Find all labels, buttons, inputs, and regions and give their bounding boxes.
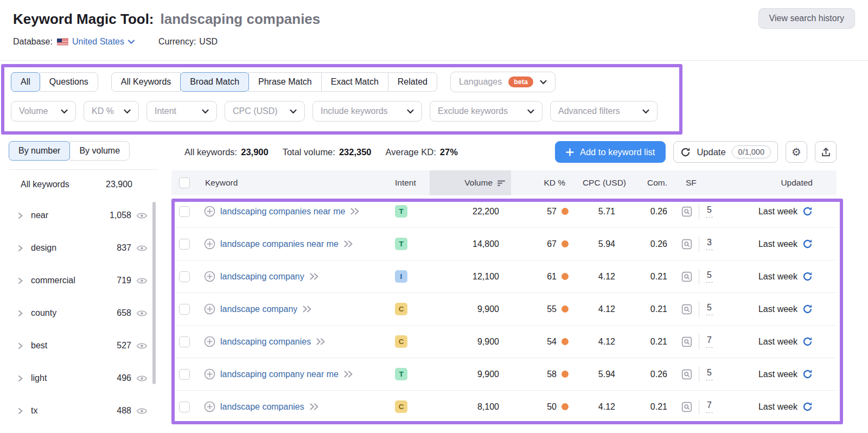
column-header-keyword[interactable]: Keyword bbox=[197, 170, 395, 195]
filter-dropdown-advanced-filters[interactable]: Advanced filters bbox=[550, 101, 658, 122]
tab-broad-match[interactable]: Broad Match bbox=[180, 72, 249, 92]
row-checkbox[interactable] bbox=[179, 239, 190, 250]
serp-preview-icon[interactable] bbox=[681, 402, 692, 412]
eye-icon[interactable] bbox=[136, 374, 148, 383]
row-checkbox[interactable] bbox=[179, 271, 190, 282]
eye-icon[interactable] bbox=[136, 407, 148, 415]
filter-dropdown-cpc-usd[interactable]: CPC (USD) bbox=[225, 101, 305, 122]
column-header-updated[interactable]: Updated bbox=[740, 170, 837, 195]
sidebar-item-tx[interactable]: tx 488 bbox=[9, 394, 163, 427]
row-checkbox[interactable] bbox=[179, 402, 190, 412]
competition-value: 0.21 bbox=[633, 272, 679, 282]
tab-phrase-match[interactable]: Phrase Match bbox=[248, 72, 322, 92]
add-keyword-icon[interactable] bbox=[204, 368, 215, 380]
sidebar-tab-by-volume[interactable]: By volume bbox=[69, 141, 130, 161]
row-checkbox[interactable] bbox=[179, 336, 190, 347]
keyword-link[interactable]: landscaping company bbox=[220, 272, 304, 282]
sidebar-item-design[interactable]: design 837 bbox=[9, 232, 163, 264]
double-chevron-icon[interactable] bbox=[309, 403, 320, 411]
all-keywords-row[interactable]: All keywords 23,900 bbox=[9, 170, 163, 199]
eye-icon[interactable] bbox=[136, 244, 148, 252]
column-header-volume[interactable]: Volume bbox=[430, 170, 511, 195]
languages-dropdown[interactable]: Languages beta bbox=[450, 72, 556, 92]
column-header-kd[interactable]: KD % bbox=[511, 170, 572, 195]
export-button[interactable] bbox=[815, 141, 837, 163]
serp-features-count[interactable]: 5 bbox=[706, 368, 713, 380]
column-header-sf[interactable]: SF bbox=[679, 170, 740, 195]
tab-all-keywords[interactable]: All Keywords bbox=[111, 72, 181, 92]
double-chevron-icon[interactable] bbox=[302, 305, 312, 313]
sidebar-scrollbar[interactable] bbox=[152, 202, 156, 384]
filter-dropdown-include-keywords[interactable]: Include keywords bbox=[312, 101, 422, 122]
filter-dropdown-kd[interactable]: KD % bbox=[84, 101, 139, 122]
serp-preview-icon[interactable] bbox=[681, 271, 692, 282]
sidebar-tab-by-number[interactable]: By number bbox=[9, 141, 70, 161]
filter-dropdown-volume[interactable]: Volume bbox=[11, 101, 76, 122]
refresh-metrics-icon[interactable] bbox=[802, 369, 813, 379]
settings-button[interactable]: ⚙ bbox=[786, 141, 807, 163]
sidebar-item-commercial[interactable]: commercial 719 bbox=[9, 264, 163, 297]
double-chevron-icon[interactable] bbox=[316, 338, 326, 346]
add-keyword-icon[interactable] bbox=[204, 271, 215, 282]
refresh-metrics-icon[interactable] bbox=[802, 206, 813, 217]
tab-questions[interactable]: Questions bbox=[40, 72, 98, 92]
tab-all[interactable]: All bbox=[11, 72, 40, 92]
eye-icon[interactable] bbox=[136, 309, 148, 317]
serp-features-count[interactable]: 7 bbox=[706, 400, 713, 413]
row-checkbox[interactable] bbox=[179, 206, 190, 217]
keyword-link[interactable]: landscape companies near me bbox=[220, 239, 339, 249]
serp-preview-icon[interactable] bbox=[681, 369, 692, 380]
refresh-metrics-icon[interactable] bbox=[802, 304, 813, 314]
eye-icon[interactable] bbox=[136, 212, 148, 220]
serp-features-count[interactable]: 7 bbox=[706, 335, 713, 348]
tab-related[interactable]: Related bbox=[388, 72, 437, 92]
add-keyword-icon[interactable] bbox=[204, 206, 215, 217]
view-search-history-button[interactable]: View search history bbox=[758, 8, 855, 29]
keyword-link[interactable]: landscape company bbox=[220, 304, 297, 314]
keyword-group-label: county bbox=[31, 308, 56, 318]
sidebar-item-county[interactable]: county 658 bbox=[9, 297, 163, 329]
refresh-metrics-icon[interactable] bbox=[802, 402, 813, 412]
double-chevron-icon[interactable] bbox=[309, 272, 320, 281]
serp-features-count[interactable]: 5 bbox=[706, 303, 713, 315]
keyword-link[interactable]: landscape companies bbox=[220, 402, 304, 412]
sidebar-item-best[interactable]: best 527 bbox=[9, 329, 163, 362]
row-checkbox[interactable] bbox=[179, 304, 190, 315]
filter-dropdown-intent[interactable]: Intent bbox=[146, 101, 217, 122]
serp-preview-icon[interactable] bbox=[681, 239, 692, 250]
refresh-metrics-icon[interactable] bbox=[802, 239, 813, 249]
eye-icon[interactable] bbox=[136, 277, 148, 285]
add-keyword-icon[interactable] bbox=[204, 303, 215, 315]
column-header-com[interactable]: Com. bbox=[633, 170, 679, 195]
select-all-checkbox[interactable] bbox=[179, 177, 190, 188]
intent-badge: T bbox=[395, 368, 407, 380]
keyword-link[interactable]: landscaping company near me bbox=[220, 370, 339, 379]
serp-preview-icon[interactable] bbox=[681, 336, 692, 347]
sidebar-item-light[interactable]: light 496 bbox=[9, 362, 163, 394]
add-keyword-icon[interactable] bbox=[204, 401, 215, 412]
serp-features-count[interactable]: 5 bbox=[706, 270, 713, 283]
tab-exact-match[interactable]: Exact Match bbox=[321, 72, 388, 92]
keyword-link[interactable]: landscaping companies bbox=[220, 337, 311, 347]
refresh-metrics-icon[interactable] bbox=[802, 336, 813, 347]
update-button[interactable]: Update 0/1,000 bbox=[673, 141, 778, 163]
row-checkbox[interactable] bbox=[179, 369, 190, 380]
add-keyword-icon[interactable] bbox=[204, 238, 215, 250]
double-chevron-icon[interactable] bbox=[343, 370, 354, 378]
eye-icon[interactable] bbox=[136, 342, 148, 350]
column-header-intent[interactable]: Intent bbox=[395, 170, 430, 195]
sidebar-item-near[interactable]: near 1,058 bbox=[9, 199, 163, 232]
add-keyword-icon[interactable] bbox=[204, 336, 215, 347]
double-chevron-icon[interactable] bbox=[350, 207, 360, 215]
serp-preview-icon[interactable] bbox=[681, 206, 692, 217]
double-chevron-icon[interactable] bbox=[343, 240, 354, 248]
add-to-keyword-list-button[interactable]: Add to keyword list bbox=[555, 141, 666, 163]
filter-dropdown-exclude-keywords[interactable]: Exclude keywords bbox=[430, 101, 542, 122]
column-header-cpc[interactable]: CPC (USD) bbox=[572, 170, 633, 195]
serp-features-count[interactable]: 3 bbox=[706, 238, 713, 250]
refresh-metrics-icon[interactable] bbox=[802, 271, 813, 282]
serp-features-count[interactable]: 5 bbox=[706, 205, 713, 218]
keyword-link[interactable]: landscaping companies near me bbox=[220, 207, 345, 217]
database-selector[interactable]: Database: United States bbox=[13, 37, 135, 47]
serp-preview-icon[interactable] bbox=[681, 304, 692, 315]
